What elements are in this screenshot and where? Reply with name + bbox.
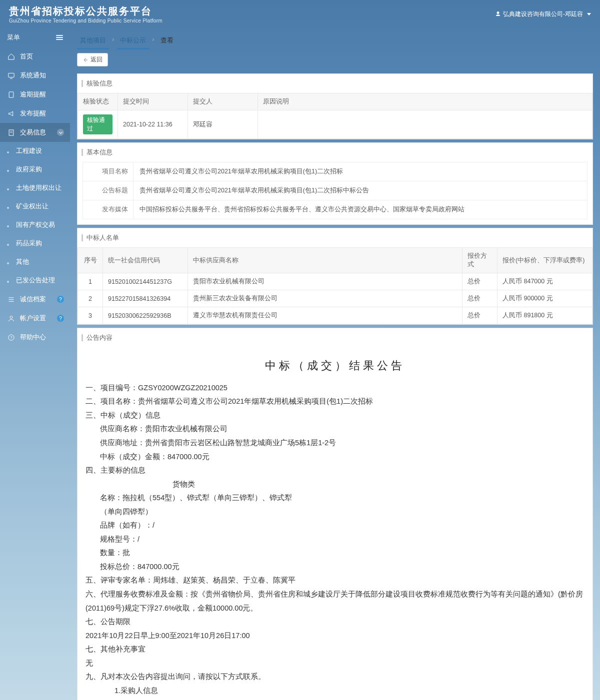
nav-label: 系统通知 xyxy=(20,71,46,80)
subnav-label: 国有产权交易 xyxy=(16,221,55,229)
svg-point-3 xyxy=(10,316,12,318)
crumb-sep: › xyxy=(152,35,154,47)
col-method: 报价方式 xyxy=(462,248,498,273)
col-seq: 序号 xyxy=(78,248,103,273)
article-heading: 中标（成交）结果公告 xyxy=(86,355,584,376)
site-title: 贵州省招标投标公共服务平台 xyxy=(9,4,162,18)
col-reason: 原因说明 xyxy=(258,93,592,110)
megaphone-icon xyxy=(7,109,15,117)
kv-row: 发布媒体 中国招标投标公共服务平台、贵州省招标投标公共服务平台、遵义市公共资源交… xyxy=(83,200,587,219)
kv-value: 贵州省烟草公司遵义市公司2021年烟草农用机械采购项目(包1)二次招标中标公告 xyxy=(133,181,587,200)
table-head-row: 核验状态 提交时间 提交人 原因说明 xyxy=(78,93,592,110)
nav-notice[interactable]: 系统通知 xyxy=(0,66,70,85)
cell-seq: 2 xyxy=(78,290,103,307)
subnav-mining[interactable]: 矿业权出让 xyxy=(0,197,70,216)
list-icon xyxy=(7,295,15,303)
article-body: 中标（成交）结果公告 一、项目编号：GZSY0200WZGZ20210025 二… xyxy=(78,347,592,700)
help-badge-icon[interactable]: ? xyxy=(57,315,64,322)
help-badge-icon[interactable]: ? xyxy=(57,296,64,303)
back-label: 返回 xyxy=(90,55,102,64)
kv-label: 项目名称 xyxy=(83,162,133,181)
subnav-land[interactable]: 土地使用权出让 xyxy=(0,179,70,197)
cell-seq: 1 xyxy=(78,273,103,290)
nav-publish[interactable]: 发布提醒 xyxy=(0,104,70,123)
nav-label: 帮助中心 xyxy=(20,333,46,342)
art-line: 七、公告期限 xyxy=(86,615,584,629)
crumb-other[interactable]: 其他项目 xyxy=(77,33,109,49)
crumb-sep: › xyxy=(112,35,114,47)
nav-label: 诚信档案 xyxy=(20,295,46,304)
crumb-winpub[interactable]: 中标公示 xyxy=(117,33,149,49)
cell-code: 915227015841326394 xyxy=(103,290,188,307)
user-label: 弘典建设咨询有限公司-邓廷容 xyxy=(503,10,583,18)
subnav-engineering[interactable]: 工程建设 xyxy=(0,142,70,160)
art-line: 一、项目编号：GZSY0200WZGZ20210025 xyxy=(86,381,584,395)
table-row: 1 91520100214451237G 贵阳市农业机械有限公司 总价 人民币 … xyxy=(78,273,592,290)
panel-winners: 中标人名单 序号 统一社会信用代码 中标供应商名称 报价方式 报价(中标价、下浮… xyxy=(77,228,593,325)
art-line: 六、代理服务收费标准及金额：按《贵州省物价局、贵州省住房和城乡建设厅关于降低部分… xyxy=(86,588,584,615)
status-badge: 核验通过 xyxy=(83,114,112,134)
nav-label: 交易信息 xyxy=(20,128,46,137)
panel-title: 核验信息 xyxy=(78,74,592,93)
col-code: 统一社会信用代码 xyxy=(103,248,188,273)
table-head-row: 序号 统一社会信用代码 中标供应商名称 报价方式 报价(中标价、下浮率或费率) xyxy=(78,248,592,273)
panel-title: 中标人名单 xyxy=(78,228,592,247)
hamburger-icon[interactable] xyxy=(56,37,63,38)
table-row: 3 91520300622592936B 遵义市华慧农机有限责任公司 总价 人民… xyxy=(78,307,592,324)
table-row: 核验通过 2021-10-22 11:36 邓廷容 xyxy=(78,110,592,139)
subnav-label: 矿业权出让 xyxy=(16,202,48,211)
art-line: 货物类 xyxy=(86,478,584,492)
back-button[interactable]: 返回 xyxy=(77,53,108,66)
nav-label: 逾期提醒 xyxy=(20,90,46,99)
subnav-other[interactable]: 其他 xyxy=(0,253,70,271)
nav-trade-sub: 工程建设 政府采购 土地使用权出让 矿业权出让 国有产权交易 药品采购 其他 已… xyxy=(0,142,70,290)
caret-down-icon xyxy=(587,13,591,15)
nav-home[interactable]: 首页 xyxy=(0,47,70,66)
cell-seq: 3 xyxy=(78,307,103,324)
col-name: 中标供应商名称 xyxy=(188,248,462,273)
monitor-icon xyxy=(7,71,15,79)
nav-help[interactable]: ? 帮助中心 xyxy=(0,328,70,347)
art-line: 三、中标（成交）信息 xyxy=(86,409,584,423)
svg-rect-1 xyxy=(9,91,14,97)
sidebar: 菜单 首页 系统通知 逾期提醒 发布提醒 交易信息 xyxy=(0,28,70,700)
art-line: 规格型号：/ xyxy=(86,533,584,547)
cell-code: 91520300622592936B xyxy=(103,307,188,324)
cell-name: 贵阳市农业机械有限公司 xyxy=(188,273,462,290)
subnav-property[interactable]: 国有产权交易 xyxy=(0,216,70,234)
subnav-drug[interactable]: 药品采购 xyxy=(0,234,70,253)
col-status: 核验状态 xyxy=(78,93,118,110)
sidebar-header: 菜单 xyxy=(0,28,70,47)
winners-table: 序号 统一社会信用代码 中标供应商名称 报价方式 报价(中标价、下浮率或费率) … xyxy=(78,247,592,324)
subnav-published[interactable]: 已发公告处理 xyxy=(0,271,70,290)
art-line: 品牌（如有）：/ xyxy=(86,519,584,533)
subnav-gov-procure[interactable]: 政府采购 xyxy=(0,160,70,179)
main-content: 其他项目 › 中标公示 › 查看 返回 核验信息 核验状态 提交时间 xyxy=(70,28,600,700)
cell-method: 总价 xyxy=(462,307,498,324)
help-icon: ? xyxy=(7,333,15,341)
subnav-label: 土地使用权出让 xyxy=(16,184,62,192)
user-menu[interactable]: 弘典建设咨询有限公司-邓廷容 xyxy=(495,10,591,18)
nav-credit[interactable]: 诚信档案 ? xyxy=(0,290,70,309)
art-line: 九、凡对本次公告内容提出询问，请按以下方式联系。 xyxy=(86,670,584,684)
nav-account[interactable]: 帐户设置 ? xyxy=(0,309,70,328)
cell-method: 总价 xyxy=(462,273,498,290)
cell-name: 贵州新三农农业装备有限公司 xyxy=(188,290,462,307)
kv-value: 贵州省烟草公司遵义市公司2021年烟草农用机械采购项目(包1)二次招标 xyxy=(133,162,587,181)
home-icon xyxy=(7,52,15,60)
back-icon xyxy=(82,57,88,63)
art-line: 无 xyxy=(86,657,584,671)
nav-overdue[interactable]: 逾期提醒 xyxy=(0,85,70,104)
col-submitter: 提交人 xyxy=(188,93,258,110)
chevron-down-icon xyxy=(57,129,64,136)
art-line: 名 称：贵州省烟草公司遵义市公司 xyxy=(86,698,584,700)
nav-trade[interactable]: 交易信息 xyxy=(0,123,70,142)
col-time: 提交时间 xyxy=(118,93,188,110)
cell-price: 人民币 891800 元 xyxy=(498,307,592,324)
svg-rect-0 xyxy=(8,73,14,77)
nav-label: 首页 xyxy=(20,52,33,61)
kv-value: 中国招标投标公共服务平台、贵州省招标投标公共服务平台、遵义市公共资源交易中心、国… xyxy=(133,200,587,219)
cell-price: 人民币 847000 元 xyxy=(498,273,592,290)
logo-block: 贵州省招标投标公共服务平台 GuiZhou Province Tendering… xyxy=(9,4,162,23)
cell-method: 总价 xyxy=(462,290,498,307)
